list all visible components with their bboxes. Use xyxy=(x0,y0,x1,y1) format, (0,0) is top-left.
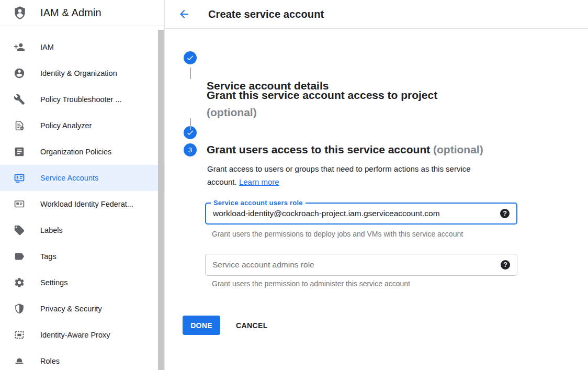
learn-more-link[interactable]: Learn more xyxy=(239,177,279,186)
document-gear-icon xyxy=(14,120,25,131)
users-role-floating-label: Service account users role xyxy=(211,199,306,207)
sidebar-item-identity-aware-proxy[interactable]: Identity-Aware Proxy xyxy=(0,322,164,348)
sidebar-item-label: Organization Policies xyxy=(40,148,111,156)
step3-number: 3 xyxy=(188,146,193,154)
proxy-frame-icon xyxy=(14,329,25,341)
help-icon[interactable] xyxy=(501,260,510,270)
done-button[interactable]: DONE xyxy=(183,316,220,335)
sidebar-item-tags[interactable]: Tags xyxy=(0,243,164,270)
step-connector xyxy=(190,68,191,79)
sidebar-nav: IAMIdentity & OrganizationPolicy Trouble… xyxy=(0,26,164,370)
back-arrow-button[interactable] xyxy=(178,8,190,20)
step3-number-badge: 3 xyxy=(184,143,197,156)
sidebar-item-label: Tags xyxy=(40,252,56,261)
sidebar-item-label: Policy Analyzer xyxy=(40,121,92,130)
sidebar-item-labels[interactable]: Labels xyxy=(0,217,164,243)
sidebar-item-settings[interactable]: Settings xyxy=(0,270,164,296)
sidebar: IAM & Admin IAMIdentity & OrganizationPo… xyxy=(0,0,165,370)
sidebar-item-policy-troubleshooter[interactable]: Policy Troubleshooter ... xyxy=(0,86,164,113)
shield-icon xyxy=(14,303,25,315)
account-circle-icon xyxy=(14,68,25,79)
main-panel: Create service account Service account d… xyxy=(165,0,588,370)
wrench-icon xyxy=(14,94,25,105)
page-title: Create service account xyxy=(208,8,324,20)
step3-optional-label: (optional) xyxy=(433,143,483,155)
identity-card-icon xyxy=(14,198,25,210)
tag-arrow-icon xyxy=(14,251,25,262)
sidebar-item-service-accounts[interactable]: Service Accounts xyxy=(0,165,164,191)
sidebar-item-label: Policy Troubleshooter ... xyxy=(40,95,122,104)
service-account-admins-role-field xyxy=(205,254,517,276)
iam-shield-logo-icon xyxy=(13,6,27,20)
gear-icon xyxy=(14,277,25,288)
admins-role-helper-text: Grant users the permission to administer… xyxy=(212,279,410,288)
product-title: IAM & Admin xyxy=(40,7,101,19)
sidebar-header: IAM & Admin xyxy=(0,0,164,26)
sidebar-item-label: Workload Identity Federat... xyxy=(40,200,133,208)
sidebar-item-label: Settings xyxy=(40,278,67,287)
sidebar-item-iam[interactable]: IAM xyxy=(0,34,164,60)
arrow-back-icon xyxy=(178,8,190,20)
help-icon[interactable] xyxy=(500,209,510,218)
step-connector xyxy=(190,118,191,130)
sidebar-item-label: Identity-Aware Proxy xyxy=(40,331,110,339)
sidebar-scrollbar[interactable] xyxy=(158,30,164,370)
sidebar-item-organization-policies[interactable]: Organization Policies xyxy=(0,139,164,165)
step1-completed-check-icon xyxy=(184,51,197,64)
sidebar-item-label: Identity & Organization xyxy=(40,69,117,77)
sidebar-item-policy-analyzer[interactable]: Policy Analyzer xyxy=(0,113,164,139)
service-account-users-role-field: Service account users role xyxy=(205,203,517,225)
step2-optional-label: (optional) xyxy=(207,106,257,118)
sidebar-item-label: Labels xyxy=(40,226,63,234)
sidebar-item-roles[interactable]: Roles xyxy=(0,348,164,370)
step3-title: Grant users access to this service accou… xyxy=(207,142,483,157)
person-add-icon xyxy=(14,41,25,53)
sidebar-item-label: Service Accounts xyxy=(40,174,98,182)
page-header: Create service account xyxy=(165,0,588,29)
sidebar-item-workload-identity-federat[interactable]: Workload Identity Federat... xyxy=(0,191,164,217)
users-role-helper-text: Grant users the permissions to deploy jo… xyxy=(212,230,463,238)
sidebar-item-label: Roles xyxy=(40,357,60,365)
admins-role-input[interactable] xyxy=(206,254,517,275)
sidebar-item-label: Privacy & Security xyxy=(40,305,102,313)
label-tag-icon xyxy=(14,225,25,236)
sidebar-item-privacy-security[interactable]: Privacy & Security xyxy=(0,296,164,322)
service-account-icon xyxy=(14,172,25,184)
wizard-content: Service account details Grant this servi… xyxy=(165,29,588,370)
sidebar-item-identity-organization[interactable]: Identity & Organization xyxy=(0,60,164,86)
step3-title-text: Grant users access to this service accou… xyxy=(207,143,430,155)
hat-icon xyxy=(14,355,25,367)
cancel-button[interactable]: CANCEL xyxy=(228,316,276,335)
step2-title-text: Grant this service account access to pro… xyxy=(207,89,437,101)
step3-description: Grant access to users or groups that nee… xyxy=(207,162,498,188)
step2-title[interactable]: Grant this service account access to pro… xyxy=(207,86,437,121)
sidebar-item-label: IAM xyxy=(40,43,54,51)
article-icon xyxy=(14,146,25,158)
